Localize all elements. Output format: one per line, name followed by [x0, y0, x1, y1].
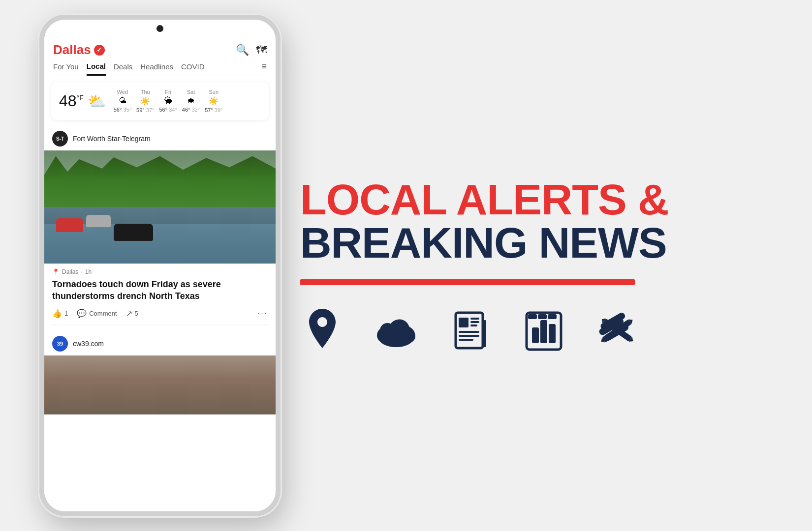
phone-notch [44, 20, 276, 37]
weather-cloud-icon [374, 309, 418, 353]
svg-rect-14 [532, 327, 539, 343]
search-icon[interactable]: 🔍 [236, 44, 249, 57]
feature-icons [300, 309, 743, 353]
forecast-wed: Wed 🌤 56° 35° [114, 89, 131, 113]
headline-line2: BREAKING NEWS [300, 221, 743, 265]
app-title: Dallas ✓ [53, 42, 105, 58]
forecast-fri: Fri 🌦 56° 34° [159, 89, 177, 113]
news-image-2 [44, 355, 276, 414]
like-button[interactable]: 👍 1 [52, 309, 68, 318]
like-icon: 👍 [52, 309, 62, 318]
svg-rect-18 [538, 314, 547, 319]
car-gray [86, 215, 111, 227]
engagement-bar: 👍 1 💬 Comment ↗ 5 ··· [52, 308, 268, 325]
svg-point-3 [379, 329, 413, 347]
app-header: Dallas ✓ 🔍 🗺 [44, 37, 276, 58]
article-headline[interactable]: Tornadoes touch down Friday as severe th… [52, 278, 268, 302]
nav-tabs: For You Local Deals Headlines COVID ≡ [44, 58, 276, 76]
svg-rect-7 [470, 321, 479, 323]
map-icon[interactable]: 🗺 [256, 44, 267, 57]
svg-rect-19 [548, 314, 557, 319]
forecast-thu: Thu ☀️ 59° 37° [136, 89, 154, 113]
source-logo-star-telegram: S-T [52, 131, 68, 147]
svg-rect-16 [549, 324, 556, 343]
svg-rect-17 [528, 314, 537, 319]
share-icon: ↗ [126, 309, 132, 318]
comment-icon: 💬 [77, 309, 87, 318]
location-dot-icon: 📍 [52, 268, 60, 275]
news-article-1: 📍 Dallas · 1h Tornadoes touch down Frida… [44, 264, 276, 330]
svg-rect-10 [459, 335, 479, 337]
edit-pencil-icon [595, 309, 640, 353]
more-options-button[interactable]: ··· [257, 308, 268, 319]
more-tabs-icon[interactable]: ≡ [261, 61, 267, 76]
city-name[interactable]: Dallas [53, 42, 91, 58]
right-panel: LOCAL ALERTS & BREAKING NEWS [300, 178, 743, 353]
svg-rect-9 [459, 331, 479, 333]
svg-rect-15 [540, 320, 547, 343]
weather-forecast: Wed 🌤 56° 35° Thu ☀️ 59° 37° Fri 🌦 56° 3… [114, 89, 261, 113]
svg-rect-6 [470, 318, 479, 320]
svg-rect-12 [482, 320, 486, 347]
svg-rect-11 [459, 339, 473, 341]
forecast-sat: Sat 🌧 46° 32° [182, 89, 200, 113]
svg-rect-5 [459, 318, 468, 327]
location-pin-icon [300, 309, 344, 353]
news-location: 📍 Dallas · 1h [52, 268, 268, 275]
news-source-1: S-T Fort Worth Star-Telegram [44, 126, 276, 150]
tab-covid[interactable]: COVID [181, 62, 205, 75]
source-logo-cw39: 39 [52, 336, 68, 352]
phone-screen: Dallas ✓ 🔍 🗺 For You Local Deals Headlin… [44, 37, 276, 511]
current-weather-icon: ⛅ [88, 92, 106, 110]
bar-chart-icon [522, 309, 566, 353]
phone-shell: Dallas ✓ 🔍 🗺 For You Local Deals Headlin… [39, 15, 281, 516]
phone-mockup: Dallas ✓ 🔍 🗺 For You Local Deals Headlin… [39, 15, 281, 516]
source-name-cw39[interactable]: cw39.com [73, 340, 104, 348]
tab-headlines[interactable]: Headlines [140, 62, 173, 75]
verified-badge: ✓ [94, 45, 105, 56]
news-source-2: 39 cw39.com [44, 330, 276, 352]
news-image-flood [44, 150, 276, 264]
tab-for-you[interactable]: For You [53, 62, 79, 75]
newspaper-icon [448, 309, 492, 353]
tab-local[interactable]: Local [87, 62, 106, 76]
current-temperature: 48°F [59, 92, 84, 110]
comment-button[interactable]: 💬 Comment [77, 309, 117, 318]
headline-line1: LOCAL ALERTS & [300, 178, 743, 221]
share-button[interactable]: ↗ 5 [126, 309, 138, 318]
svg-rect-8 [470, 324, 477, 326]
flood-scene [44, 150, 276, 264]
weather-card[interactable]: 48°F ⛅ Wed 🌤 56° 35° Thu ☀️ 59° 37° [51, 82, 269, 120]
forecast-sun: Sun ☀️ 57° 39° [205, 89, 222, 113]
red-divider [300, 279, 635, 285]
headline-text: LOCAL ALERTS & BREAKING NEWS [300, 178, 743, 265]
header-icons: 🔍 🗺 [236, 44, 267, 57]
car-red [56, 218, 83, 232]
tab-deals[interactable]: Deals [114, 62, 132, 75]
phone-camera [156, 25, 163, 32]
source-name-star-telegram[interactable]: Fort Worth Star-Telegram [73, 135, 151, 143]
car-black [114, 224, 153, 241]
